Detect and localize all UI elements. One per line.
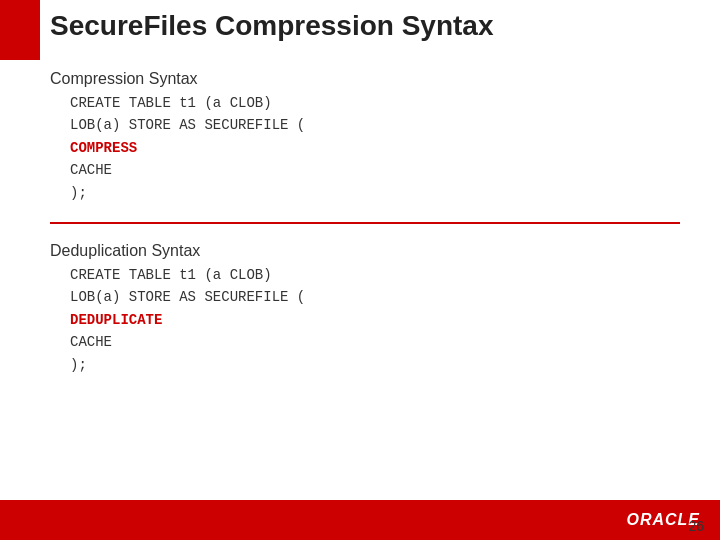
compression-section: Compression Syntax CREATE TABLE t1 (a CL…: [50, 70, 680, 204]
main-title: SecureFiles Compression Syntax: [50, 10, 700, 42]
deduplication-code-block: CREATE TABLE t1 (a CLOB) LOB(a) STORE AS…: [50, 264, 680, 376]
compression-line-5: );: [70, 182, 680, 204]
deduplication-line-2: LOB(a) STORE AS SECUREFILE (: [70, 286, 680, 308]
compression-code-block: CREATE TABLE t1 (a CLOB) LOB(a) STORE AS…: [50, 92, 680, 204]
compression-line-2: LOB(a) STORE AS SECUREFILE (: [70, 114, 680, 136]
deduplication-line-3: DEDUPLICATE: [70, 309, 680, 331]
deduplication-section: Deduplication Syntax CREATE TABLE t1 (a …: [50, 242, 680, 376]
content-area: Compression Syntax CREATE TABLE t1 (a CL…: [50, 70, 680, 480]
compression-section-title: Compression Syntax: [50, 70, 680, 88]
compression-line-4: CACHE: [70, 159, 680, 181]
deduplication-line-5: );: [70, 354, 680, 376]
deduplication-line-4: CACHE: [70, 331, 680, 353]
page-number: 26: [688, 518, 704, 534]
deduplication-section-title: Deduplication Syntax: [50, 242, 680, 260]
bottom-bar: ORACLE: [0, 500, 720, 540]
compression-line-1: CREATE TABLE t1 (a CLOB): [70, 92, 680, 114]
section-divider: [50, 222, 680, 224]
deduplication-line-1: CREATE TABLE t1 (a CLOB): [70, 264, 680, 286]
title-area: SecureFiles Compression Syntax: [50, 10, 700, 46]
compression-line-3: COMPRESS: [70, 137, 680, 159]
red-accent-bar: [0, 0, 40, 60]
